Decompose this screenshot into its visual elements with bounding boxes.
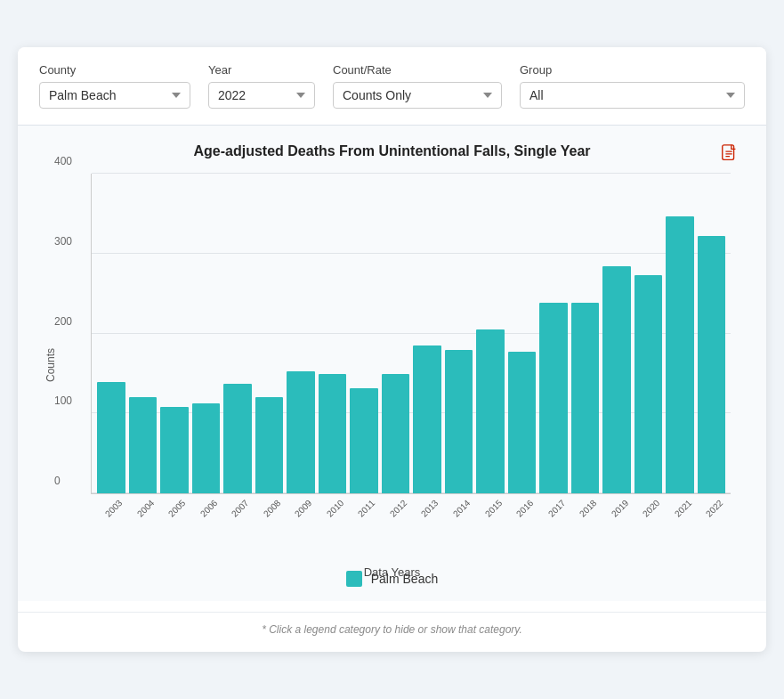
bar[interactable] <box>192 403 221 493</box>
bar-group[interactable] <box>350 174 378 493</box>
bar-group[interactable] <box>666 174 694 493</box>
chart-title-row: Age-adjusted Deaths From Unintentional F… <box>44 143 740 159</box>
bar[interactable] <box>476 329 505 493</box>
year-select[interactable]: 2022 2021 2020 2019 2018 <box>208 82 315 109</box>
bar[interactable] <box>413 345 441 493</box>
bar-group[interactable] <box>160 174 189 493</box>
bar[interactable] <box>698 236 726 493</box>
y-axis-label: Counts <box>44 348 57 382</box>
bar-group[interactable] <box>508 174 537 493</box>
bar-group[interactable] <box>698 174 726 493</box>
bar[interactable] <box>602 266 631 493</box>
year-filter: Year 2022 2021 2020 2019 2018 <box>208 63 315 109</box>
group-select[interactable]: All Male Female <box>520 82 745 109</box>
bar[interactable] <box>666 216 694 493</box>
svg-rect-0 <box>723 145 734 160</box>
group-filter: Group All Male Female <box>520 63 745 109</box>
y-tick-label: 200 <box>54 315 72 328</box>
county-label: County <box>39 63 190 77</box>
footnote: * Click a legend category to hide or sho… <box>18 612 766 652</box>
group-label: Group <box>520 63 745 77</box>
bar-group[interactable] <box>319 174 347 493</box>
bar-group[interactable] <box>539 174 568 493</box>
x-labels: 2003200420052006200720082009201020112012… <box>91 498 731 533</box>
bars-container <box>92 174 731 493</box>
bar-group[interactable] <box>192 174 221 493</box>
bar[interactable] <box>508 352 537 493</box>
county-filter: County Palm Beach Miami-Dade Broward Hil… <box>39 63 190 109</box>
pdf-icon[interactable] <box>720 143 740 168</box>
bar[interactable] <box>634 275 663 493</box>
count-rate-label: Count/Rate <box>333 63 502 77</box>
bar-group[interactable] <box>602 174 631 493</box>
bar-group[interactable] <box>223 174 252 493</box>
bar-group[interactable] <box>476 174 505 493</box>
x-label: 2022 <box>701 495 741 535</box>
bar[interactable] <box>97 382 125 493</box>
bar-group[interactable] <box>445 174 473 493</box>
bar[interactable] <box>255 397 284 493</box>
chart-wrapper: Counts 0100200300400 2003200420052006200… <box>44 174 740 557</box>
bar[interactable] <box>129 397 158 493</box>
count-rate-filter: Count/Rate Counts Only Rate Only Counts … <box>333 63 502 109</box>
bar-group[interactable] <box>571 174 600 493</box>
year-label: Year <box>208 63 315 77</box>
bar[interactable] <box>350 388 378 493</box>
bar[interactable] <box>287 371 315 493</box>
bar-group[interactable] <box>634 174 663 493</box>
chart-title: Age-adjusted Deaths From Unintentional F… <box>193 143 590 159</box>
bar[interactable] <box>382 374 410 493</box>
bar[interactable] <box>539 303 568 494</box>
bar[interactable] <box>319 374 347 493</box>
main-container: County Palm Beach Miami-Dade Broward Hil… <box>18 47 766 652</box>
chart-inner: 0100200300400 <box>91 174 731 494</box>
bar-group[interactable] <box>97 174 125 493</box>
bar-group[interactable] <box>255 174 284 493</box>
bar[interactable] <box>571 303 600 494</box>
bar[interactable] <box>223 384 252 493</box>
chart-area: Age-adjusted Deaths From Unintentional F… <box>18 126 766 601</box>
filters-row: County Palm Beach Miami-Dade Broward Hil… <box>18 47 766 126</box>
bar-group[interactable] <box>287 174 315 493</box>
y-tick-label: 0 <box>54 475 61 487</box>
county-select[interactable]: Palm Beach Miami-Dade Broward Hillsborou… <box>39 82 190 109</box>
bar-group[interactable] <box>129 174 158 493</box>
bar-group[interactable] <box>413 174 441 493</box>
count-rate-select[interactable]: Counts Only Rate Only Counts and Rate <box>333 82 502 109</box>
y-tick-label: 300 <box>54 235 72 248</box>
bar[interactable] <box>445 350 473 493</box>
bar-group[interactable] <box>382 174 410 493</box>
y-tick-label: 100 <box>54 394 72 407</box>
bar[interactable] <box>160 407 189 493</box>
x-axis-title: Data Years <box>44 565 740 579</box>
